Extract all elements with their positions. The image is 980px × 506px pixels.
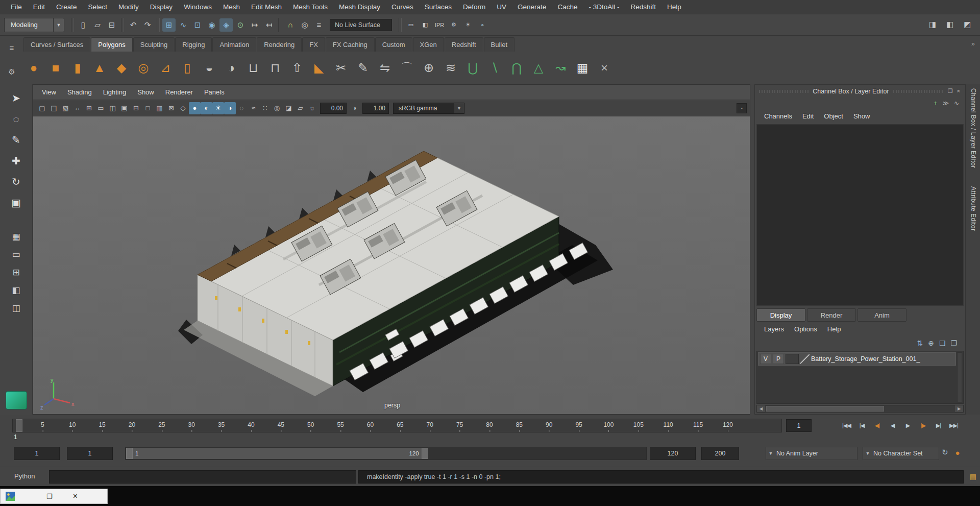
shelf-tab-curves-surfaces[interactable]: Curves / Surfaces — [23, 37, 90, 52]
layer-row[interactable]: V P Battery_Storage_Power_Station_001_ — [758, 352, 956, 366]
smooth-mesh-icon[interactable]: ◑ — [221, 58, 241, 78]
restore-window-icon[interactable]: ❐ — [46, 493, 53, 500]
menu-cache[interactable]: Cache — [552, 0, 583, 14]
shelf-tab-fx[interactable]: FX — [302, 37, 325, 52]
checker-swatch-icon[interactable]: ▦ — [8, 230, 25, 243]
create-empty-layer-icon[interactable]: ❏ — [939, 339, 946, 347]
lights-icon[interactable]: ☀ — [212, 102, 224, 114]
menu-modify[interactable]: Modify — [113, 0, 144, 14]
menu-redshift[interactable]: Redshift — [625, 0, 662, 14]
shelf-tab-animation[interactable]: Animation — [212, 37, 256, 52]
snap-to-points-icon[interactable]: ⊡ — [191, 18, 204, 32]
layer-tab-anim[interactable]: Anim — [857, 308, 906, 322]
channel-speed-icon[interactable]: ≫ — [942, 100, 949, 107]
film-gate-icon[interactable]: ▭ — [95, 102, 107, 114]
shelf-tab-rigging[interactable]: Rigging — [175, 37, 212, 52]
poly-prism-icon[interactable]: ⊿ — [155, 58, 176, 78]
shelf-tab-xgen[interactable]: XGen — [413, 37, 444, 52]
undo-icon[interactable]: ↶ — [127, 18, 140, 32]
smooth-icon[interactable]: △ — [528, 58, 549, 78]
paint-select-tool-button[interactable]: ✎ — [7, 130, 26, 150]
gate-mask-icon[interactable]: ▣ — [118, 102, 130, 114]
panel-menu-panels[interactable]: Panels — [199, 88, 230, 96]
play-backwards-button[interactable]: ◀ — [886, 419, 899, 432]
range-slider-track[interactable]: 1 120 — [125, 447, 647, 460]
shelf-tab-redshift[interactable]: Redshift — [445, 37, 483, 52]
camera-attributes-icon[interactable]: ▢ — [36, 102, 48, 114]
tab-attribute-editor[interactable]: Attribute Editor — [970, 186, 977, 231]
safe-action-icon[interactable]: □ — [142, 102, 154, 114]
layer-options-menu[interactable]: Options — [789, 325, 822, 333]
multi-cut-icon[interactable]: ✂ — [331, 58, 351, 78]
lasso-tool-button[interactable]: ◌ — [7, 109, 26, 129]
shelf-tab-rendering[interactable]: Rendering — [257, 37, 302, 52]
persp-outliner-layout-button[interactable]: ◧ — [8, 283, 25, 297]
menu-edit-mesh[interactable]: Edit Mesh — [246, 0, 287, 14]
range-slider[interactable]: 1 120 — [126, 448, 428, 459]
grid-icon[interactable]: ⊞ — [83, 102, 95, 114]
gamma-field[interactable]: 1.00 — [362, 103, 389, 114]
layer-type-icon[interactable] — [800, 354, 810, 364]
app-thumbnail-icon[interactable] — [6, 492, 15, 501]
shelf-tab-custom[interactable]: Custom — [375, 37, 412, 52]
separate-icon[interactable]: ⊓ — [265, 58, 285, 78]
layers-menu[interactable]: Layers — [759, 325, 789, 333]
panel-focus-icon[interactable]: ▪ — [737, 103, 747, 113]
screen-space-ao-icon[interactable]: ◌ — [236, 102, 248, 114]
sphere-projection-icon[interactable]: ◒ — [199, 58, 219, 78]
target-weld-icon[interactable]: ⊕ — [419, 58, 439, 78]
poly-cone-icon[interactable]: ▲ — [89, 58, 110, 78]
menu-create[interactable]: Create — [51, 0, 83, 14]
view-transform-dropdown[interactable]: sRGB gamma ▼ — [393, 103, 464, 114]
four-pane-layout-button[interactable]: ⊞ — [8, 266, 25, 279]
anim-preferences-icon[interactable]: ↻ — [942, 448, 948, 457]
textured-icon[interactable]: ◐ — [201, 102, 212, 114]
snap-to-projected-center-icon[interactable]: ◉ — [205, 18, 218, 32]
step-back-key-button[interactable]: ◀| — [871, 419, 884, 432]
live-surface-field[interactable]: No Live Surface — [330, 19, 392, 31]
render-current-frame-icon[interactable]: ◧ — [419, 18, 432, 32]
bridge-icon[interactable]: ⌒ — [397, 58, 417, 78]
uv-checker-icon[interactable]: ▦ — [572, 58, 593, 78]
character-set-dropdown[interactable]: ▼ No Character Set — [863, 447, 939, 460]
go-to-start-button[interactable]: |◀◀ — [840, 419, 853, 432]
go-to-end-button[interactable]: ▶▶| — [947, 419, 960, 432]
insert-edge-loop-icon[interactable]: ≋ — [440, 58, 461, 78]
layer-name[interactable]: Battery_Storage_Power_Station_001_ — [811, 355, 954, 363]
channel-list-area[interactable] — [756, 124, 964, 306]
menu-surfaces[interactable]: Surfaces — [419, 0, 457, 14]
close-panel-icon[interactable]: × — [956, 88, 961, 94]
menu-uv[interactable]: UV — [491, 0, 512, 14]
command-input[interactable] — [49, 470, 356, 484]
time-ruler[interactable]: 5101520253035404550556065707580859095100… — [12, 419, 782, 432]
boolean-union-icon[interactable]: ⋃ — [462, 58, 483, 78]
contrast-icon[interactable]: ◑ — [349, 102, 360, 114]
field-chart-icon[interactable]: ⊟ — [130, 102, 142, 114]
snap-to-curves-icon[interactable]: ∿ — [177, 18, 190, 32]
panel-menu-show[interactable]: Show — [132, 88, 160, 96]
drag-grip[interactable] — [893, 90, 943, 93]
snap-to-grids-icon[interactable]: ⊞ — [162, 18, 176, 32]
make-live-icon[interactable]: ⊙ — [234, 18, 247, 32]
shelf-tab-polygons[interactable]: Polygons — [91, 37, 132, 52]
two-pane-layout-button[interactable]: ◫ — [8, 301, 25, 315]
menu-display[interactable]: Display — [144, 0, 178, 14]
layer-visibility-toggle[interactable]: V — [760, 354, 771, 364]
layer-horizontal-scrollbar[interactable]: ◀ ▶ — [756, 405, 964, 413]
animation-end-field[interactable]: 200 — [701, 447, 739, 460]
2d-pan-zoom-icon[interactable]: ↔ — [71, 102, 83, 114]
sculpt-curve-icon[interactable]: ↝ — [550, 58, 571, 78]
menu-deform[interactable]: Deform — [457, 0, 491, 14]
boolean-intersection-icon[interactable]: ⋂ — [506, 58, 527, 78]
menuset-dropdown[interactable]: Modeling ▼ — [4, 18, 64, 32]
exposure-field[interactable]: 0.00 — [320, 103, 347, 114]
exposure-icon[interactable]: ☼ — [306, 102, 318, 114]
scroll-right-icon[interactable]: ▶ — [955, 405, 963, 412]
bookmarks-icon[interactable]: ▤ — [48, 102, 60, 114]
auto-keyframe-icon[interactable]: ● — [955, 448, 960, 457]
tab-channel-box-layer-editor[interactable]: Channel Box / Layer Editor — [970, 88, 977, 168]
viewport-canvas[interactable]: persp y x z — [33, 116, 750, 414]
xray-icon[interactable]: ▱ — [295, 102, 306, 114]
select-tool-button[interactable]: ➤ — [7, 88, 26, 108]
shelf-tab-bullet[interactable]: Bullet — [484, 37, 515, 52]
